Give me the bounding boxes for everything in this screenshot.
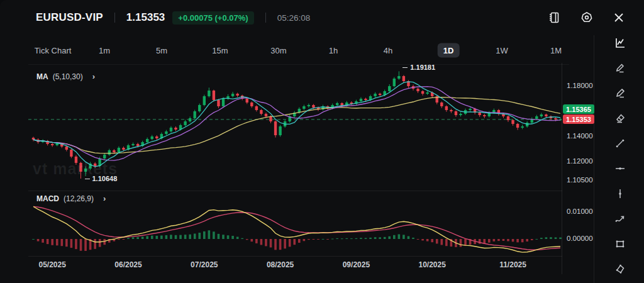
wave-arrow-icon	[614, 213, 626, 225]
last-price: 1.15353	[126, 11, 165, 24]
macd-params: (12,26,9)	[64, 194, 94, 203]
divider	[114, 13, 115, 23]
pencil-icon	[614, 62, 626, 74]
horizontal-ray-tool-button[interactable]	[612, 161, 628, 176]
pencil-alt-icon	[614, 87, 626, 99]
price-badge-ask: 1.15365	[563, 104, 594, 114]
journal-button[interactable]	[547, 11, 561, 25]
annotation-tick	[402, 67, 408, 68]
eraser-tool-button[interactable]	[612, 111, 628, 126]
timeframe-tab-15m[interactable]: 15m	[206, 43, 233, 58]
timeframe-tab-30m[interactable]: 30m	[265, 43, 292, 58]
macd-axis-label: 0.00000	[567, 235, 593, 242]
timeframe-tab-4h[interactable]: 4h	[378, 43, 398, 58]
polygon-tool-icon	[614, 263, 626, 275]
timeframe-tab-1d[interactable]: 1D	[438, 43, 460, 58]
timeframe-tab-5m[interactable]: 5m	[150, 43, 173, 58]
header: EURUSD-VIP 1.15353 +0.00075 (+0.07%) 05:…	[0, 0, 644, 35]
pencil-alt-tool-button[interactable]	[612, 86, 628, 101]
session-timer: 05:26:08	[277, 13, 311, 23]
annotation-tick	[85, 179, 90, 179]
main-price-chart[interactable]	[28, 63, 562, 191]
date-axis-label: 07/2025	[191, 260, 218, 269]
ma-name: MA	[36, 72, 48, 81]
macd-name: MACD	[36, 194, 59, 203]
date-axis-label: 08/2025	[267, 260, 294, 269]
indicator-chart-tool-button[interactable]	[612, 35, 628, 50]
price-change-badge: +0.00075 (+0.07%)	[172, 11, 253, 25]
timeframe-tab-1h[interactable]: 1h	[323, 43, 343, 58]
ma-params: (5,10,30)	[53, 72, 83, 81]
symbol-title: EURUSD-VIP	[36, 11, 103, 24]
trend-line-tool-button[interactable]	[612, 136, 628, 151]
eraser-icon	[614, 112, 626, 125]
timeframe-tab-1m[interactable]: 1m	[93, 43, 116, 58]
panel-separator	[28, 256, 562, 257]
date-axis-label: 11/2025	[499, 260, 526, 269]
timeframe-bar: Tick Chart1m5m15m30m1h4h1D1W1M	[28, 36, 569, 65]
polygon-tool-button[interactable]	[612, 262, 628, 277]
macd-chart[interactable]	[28, 191, 562, 256]
ma-indicator-label[interactable]: MA (5,10,30) ›	[36, 72, 95, 81]
date-axis-label: 06/2025	[114, 260, 142, 269]
header-actions	[547, 0, 625, 35]
date-axis-label: 09/2025	[343, 260, 370, 269]
timeframe-tab-tick-chart[interactable]: Tick Chart	[29, 43, 77, 58]
settings-button[interactable]	[580, 11, 594, 25]
line-chart-icon	[614, 36, 626, 49]
date-axis-label: 10/2025	[418, 260, 445, 269]
close-icon	[613, 11, 625, 24]
pencil-tool-button[interactable]	[612, 60, 628, 75]
low-price-annotation: 1.10648	[85, 175, 118, 182]
horizontal-ray-icon	[614, 162, 626, 175]
price-axis-label: 1.14000	[567, 132, 593, 140]
timeframe-tab-1w[interactable]: 1W	[490, 43, 514, 58]
rectangle-tool-button[interactable]	[612, 236, 628, 252]
panel-separator	[28, 191, 562, 191]
high-price-annotation: 1.19181	[402, 64, 435, 71]
macd-axis-label: 0.01000	[567, 208, 593, 215]
price-axis-label: 1.18000	[567, 82, 593, 89]
chevron-right-icon: ›	[103, 194, 106, 203]
rectangle-tool-icon	[614, 238, 626, 250]
journal-icon	[547, 11, 561, 25]
chevron-right-icon: ›	[92, 72, 95, 81]
price-axis-line	[562, 63, 562, 274]
divider	[265, 13, 266, 23]
vertical-line-icon	[614, 187, 626, 200]
price-badge-last: 1.15353	[563, 114, 594, 124]
drawing-toolbar	[596, 35, 644, 283]
price-axis-label: 1.10500	[567, 176, 593, 184]
trading-app-window: EURUSD-VIP 1.15353 +0.00075 (+0.07%) 05:…	[0, 0, 644, 283]
close-button[interactable]	[613, 11, 625, 24]
date-axis-label: 05/2025	[38, 260, 65, 269]
price-axis-label: 1.12000	[567, 157, 593, 165]
toolbar-divider	[594, 35, 594, 283]
wave-arrow-tool-button[interactable]	[612, 211, 628, 226]
trend-line-icon	[614, 137, 626, 150]
settings-gear-icon	[580, 11, 594, 25]
macd-indicator-label[interactable]: MACD (12,26,9) ›	[36, 194, 106, 203]
vertical-line-tool-button[interactable]	[612, 186, 628, 201]
timeframe-tab-1m[interactable]: 1M	[545, 43, 567, 58]
